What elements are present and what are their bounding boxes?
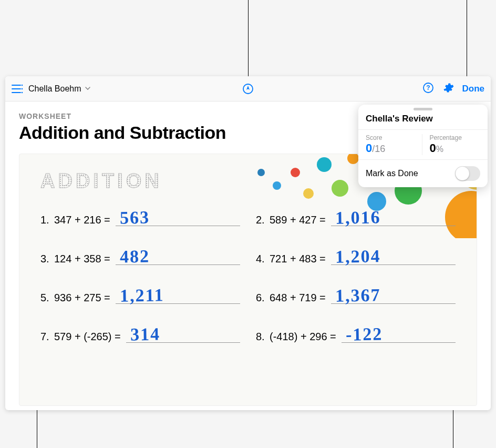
markup-tool-icon[interactable] — [242, 83, 254, 95]
help-icon[interactable]: ? — [422, 82, 434, 96]
score-stat[interactable]: Score 0/16 — [366, 134, 422, 155]
svg-text:?: ? — [426, 84, 430, 91]
percentage-label: Percentage — [430, 134, 481, 141]
problem-number: 7. — [40, 331, 54, 343]
problem-expression: 347 + 216 = — [54, 214, 110, 226]
problem-number: 3. — [40, 253, 54, 265]
review-stats: Score 0/16 Percentage 0% — [358, 129, 488, 160]
toolbar-right: ? Done — [422, 82, 485, 96]
problem-number: 1. — [40, 214, 54, 226]
answer-field[interactable]: 1,367 — [331, 286, 456, 304]
problem-expression: 936 + 275 = — [54, 292, 110, 304]
handwritten-answer: 1,367 — [335, 285, 380, 306]
score-label: Score — [366, 134, 417, 141]
review-panel: Chella's Review Score 0/16 Percentage 0%… — [358, 105, 488, 187]
worksheet-document[interactable]: ADDITION 1.347 + 216 =5632.589 + 427 =1,… — [19, 154, 477, 406]
toggle-knob — [456, 167, 469, 180]
problem-item: 8.(-418) + 296 =-122 — [256, 325, 456, 343]
sidebar-toggle-icon[interactable] — [12, 84, 23, 94]
answer-field[interactable]: 1,016 — [331, 208, 456, 226]
problem-number: 5. — [40, 292, 54, 304]
svg-point-4 — [22, 88, 23, 89]
handwritten-answer: -122 — [345, 324, 383, 344]
problem-number: 6. — [256, 292, 270, 304]
percentage-stat[interactable]: Percentage 0% — [422, 134, 481, 155]
problem-number: 2. — [256, 214, 270, 226]
score-value: 0/16 — [366, 141, 417, 155]
done-button[interactable]: Done — [462, 84, 485, 94]
answer-field[interactable]: -122 — [342, 325, 456, 343]
svg-point-3 — [22, 84, 23, 86]
problem-expression: 124 + 358 = — [54, 253, 110, 265]
app-window: Chella Boehm ? Done WORKSHEET Addition a… — [5, 76, 491, 410]
panel-grabber[interactable] — [414, 108, 432, 110]
problem-item: 3.124 + 358 =482 — [40, 247, 240, 265]
problem-number: 4. — [256, 253, 270, 265]
problem-item: 6.648 + 719 =1,367 — [256, 286, 456, 304]
svg-point-5 — [22, 91, 23, 93]
gear-icon[interactable] — [442, 82, 454, 96]
handwritten-answer: 1,204 — [335, 246, 380, 267]
handwritten-answer: 1,016 — [335, 207, 380, 228]
toolbar-left: Chella Boehm — [12, 84, 91, 94]
problem-item: 2.589 + 427 =1,016 — [256, 208, 456, 226]
mark-done-toggle[interactable] — [455, 166, 480, 181]
problem-number: 8. — [256, 331, 270, 343]
answer-field[interactable]: 1,204 — [331, 247, 456, 265]
problem-item: 7.579 + (-265) =314 — [40, 325, 240, 343]
handwritten-answer: 482 — [119, 247, 150, 267]
handwritten-answer: 314 — [130, 324, 160, 345]
problem-item: 5.936 + 275 =1,211 — [40, 286, 240, 304]
callout-line-top-center — [248, 0, 249, 76]
problem-expression: 579 + (-265) = — [54, 331, 121, 343]
content-area: WORKSHEET Addition and Subtraction ADDIT… — [5, 101, 491, 410]
chevron-down-icon — [85, 84, 91, 93]
problem-expression: 589 + 427 = — [270, 214, 326, 226]
svg-point-17 — [291, 168, 300, 177]
svg-point-22 — [347, 154, 359, 164]
svg-point-14 — [332, 180, 348, 197]
answer-field[interactable]: 1,211 — [116, 286, 240, 304]
student-selector[interactable]: Chella Boehm — [28, 84, 91, 94]
answer-field[interactable]: 563 — [116, 208, 240, 226]
svg-point-15 — [317, 157, 332, 172]
mark-done-row: Mark as Done — [358, 160, 488, 187]
review-panel-title: Chella's Review — [358, 111, 488, 129]
problem-expression: 648 + 719 = — [270, 292, 326, 304]
answer-field[interactable]: 314 — [126, 325, 240, 343]
toolbar: Chella Boehm ? Done — [5, 76, 491, 101]
problem-expression: 721 + 483 = — [270, 253, 326, 265]
mark-done-label: Mark as Done — [366, 169, 418, 178]
svg-point-16 — [303, 188, 314, 199]
percentage-value: 0% — [430, 141, 481, 155]
problem-item: 4.721 + 483 =1,204 — [256, 247, 456, 265]
problem-expression: (-418) + 296 = — [270, 331, 336, 343]
answer-field[interactable]: 482 — [116, 247, 240, 265]
student-name-label: Chella Boehm — [28, 84, 81, 93]
handwritten-answer: 1,211 — [119, 285, 164, 306]
svg-point-18 — [273, 181, 281, 190]
problem-item: 1.347 + 216 =563 — [40, 208, 240, 226]
svg-point-19 — [257, 169, 265, 176]
handwritten-answer: 563 — [119, 208, 150, 228]
